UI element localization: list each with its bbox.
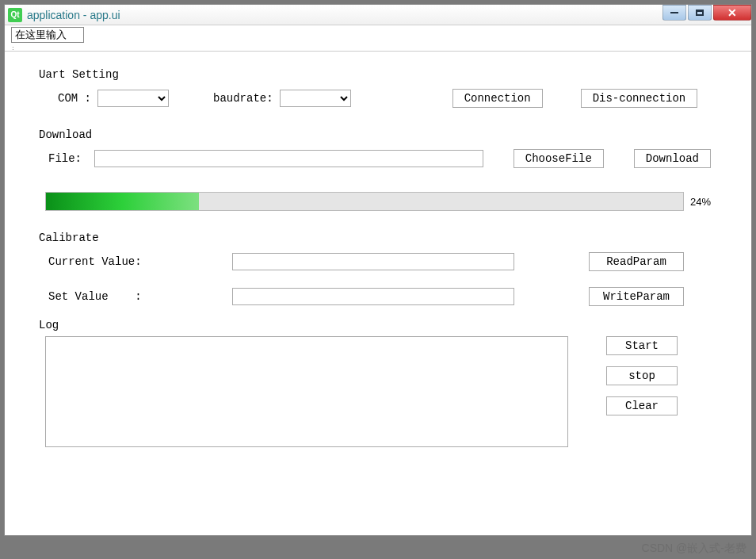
baudrate-select[interactable] bbox=[280, 90, 351, 107]
progress-bar bbox=[45, 192, 684, 211]
progress-fill bbox=[46, 193, 199, 210]
maximize-icon bbox=[696, 10, 704, 16]
set-value-label: Set Value : bbox=[48, 290, 151, 303]
progress-row: 24% bbox=[45, 192, 711, 211]
minimize-button[interactable] bbox=[662, 5, 686, 21]
connection-button[interactable]: Connection bbox=[452, 89, 543, 108]
log-button-column: Start stop Clear bbox=[606, 336, 678, 415]
clear-button[interactable]: Clear bbox=[606, 396, 678, 415]
main-window: Qt application - app.ui ✕ : Uart Setting… bbox=[4, 4, 752, 536]
qt-logo-icon: Qt bbox=[8, 8, 22, 22]
current-value-label: Current Value: bbox=[48, 255, 151, 268]
close-button[interactable]: ✕ bbox=[713, 5, 751, 21]
toolbar-input-row bbox=[5, 25, 751, 44]
com-select[interactable] bbox=[97, 90, 169, 107]
uart-group-title: Uart Setting bbox=[37, 68, 120, 81]
minimize-icon bbox=[670, 12, 678, 13]
calibrate-group-title: Calibrate bbox=[37, 232, 101, 244]
close-icon: ✕ bbox=[727, 6, 737, 19]
set-value-input[interactable] bbox=[232, 288, 514, 305]
download-file-row: File: ChooseFile Download bbox=[45, 149, 711, 168]
download-button[interactable]: Download bbox=[634, 149, 711, 168]
readparam-button[interactable]: ReadParam bbox=[589, 252, 684, 271]
maximize-button[interactable] bbox=[688, 5, 712, 21]
window-controls: ✕ bbox=[662, 5, 751, 21]
disconnection-button[interactable]: Dis-connection bbox=[581, 89, 698, 108]
writeparam-button[interactable]: WriteParam bbox=[589, 287, 684, 306]
current-value-input[interactable] bbox=[232, 253, 514, 270]
set-value-row: Set Value : WriteParam bbox=[45, 287, 711, 306]
titlebar: Qt application - app.ui ✕ bbox=[5, 5, 751, 25]
log-group: Log Start stop Clear bbox=[36, 324, 720, 459]
content-area: Uart Setting COM : baudrate: Connection … bbox=[5, 52, 751, 538]
window-title: application - app.ui bbox=[27, 9, 120, 21]
stop-button[interactable]: stop bbox=[606, 366, 678, 385]
current-value-row: Current Value: ReadParam bbox=[45, 252, 711, 271]
uart-row: COM : baudrate: Connection Dis-connectio… bbox=[45, 89, 711, 108]
start-button[interactable]: Start bbox=[606, 336, 678, 355]
log-textarea[interactable] bbox=[45, 336, 568, 447]
baudrate-label: baudrate: bbox=[213, 92, 273, 105]
uart-setting-group: Uart Setting COM : baudrate: Connection … bbox=[36, 74, 720, 120]
download-group: Download File: ChooseFile Download 24% bbox=[36, 134, 720, 223]
download-group-title: Download bbox=[37, 128, 94, 141]
watermark-text: CSDN @嵌入式-老费 bbox=[642, 542, 746, 556]
log-row: Start stop Clear bbox=[45, 336, 711, 447]
log-group-title: Log bbox=[37, 319, 60, 331]
calibrate-group: Calibrate Current Value: ReadParam Set V… bbox=[36, 237, 720, 318]
toolbar-handle: : bbox=[5, 44, 751, 51]
file-label: File: bbox=[48, 152, 82, 165]
toolbar: : bbox=[5, 25, 751, 52]
com-label: COM : bbox=[58, 92, 91, 105]
toolbar-input[interactable] bbox=[11, 27, 84, 43]
progress-text: 24% bbox=[690, 196, 711, 208]
file-input[interactable] bbox=[94, 150, 483, 167]
choosefile-button[interactable]: ChooseFile bbox=[514, 149, 604, 168]
